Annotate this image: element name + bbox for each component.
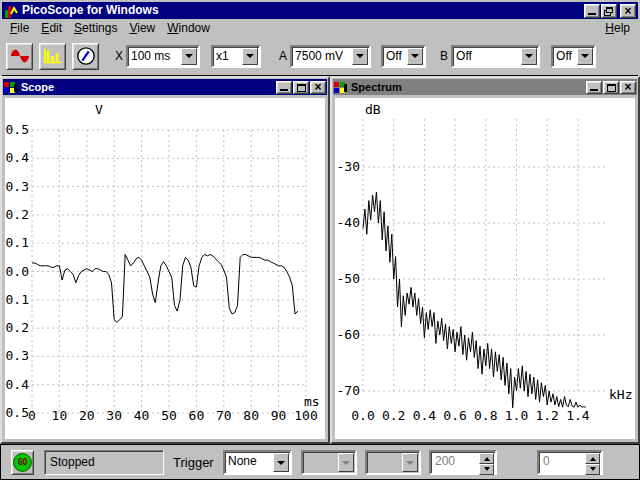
trigger-threshold-spinner[interactable]: 200 bbox=[429, 450, 497, 475]
x-tick-label: 0.6 bbox=[443, 408, 466, 423]
y-tick-label: -60 bbox=[337, 327, 360, 342]
x-tick-label: 1.0 bbox=[505, 408, 528, 423]
channel-b-mode-combo[interactable]: Off bbox=[551, 45, 596, 68]
menu-help[interactable]: Help bbox=[599, 19, 636, 37]
close-button[interactable]: × bbox=[620, 4, 636, 18]
spectrum-close-button[interactable]: × bbox=[620, 81, 636, 94]
picoscope-app-window: PicoScope for Windows × File Edit Settin… bbox=[0, 0, 640, 480]
menu-view[interactable]: View bbox=[123, 19, 161, 37]
x-tick-label: 0.4 bbox=[413, 408, 437, 423]
x-tick-label: 80 bbox=[243, 408, 259, 423]
x-multiplier-combo[interactable]: x1 bbox=[211, 45, 261, 68]
go-icon: GO bbox=[13, 453, 32, 472]
x-tick-label: 1.2 bbox=[535, 408, 558, 423]
menu-file[interactable]: File bbox=[4, 19, 35, 37]
chevron-down-icon[interactable] bbox=[273, 453, 289, 472]
meter-view-button[interactable] bbox=[72, 43, 99, 70]
red-sine-wave-icon bbox=[10, 48, 30, 64]
app-icon bbox=[4, 4, 19, 18]
spectrum-chart: -30-40-50-60-700.00.20.40.60.81.01.21.4d… bbox=[335, 98, 639, 443]
y-tick-label: 0.3 bbox=[6, 179, 29, 194]
minimize-button[interactable] bbox=[584, 4, 600, 18]
channel-b-range-combo[interactable]: Off bbox=[451, 45, 540, 68]
x-tick-label: 50 bbox=[161, 408, 177, 423]
scope-maximize-button[interactable] bbox=[293, 81, 309, 94]
chevron-down-icon[interactable] bbox=[521, 48, 537, 65]
menu-window[interactable]: Window bbox=[161, 19, 216, 37]
close-icon: × bbox=[624, 6, 631, 16]
trigger-delay-value: 0 bbox=[539, 452, 584, 473]
spin-up-icon[interactable] bbox=[585, 453, 600, 464]
spectrum-maximize-button[interactable] bbox=[603, 81, 619, 94]
channel-b-label: B bbox=[440, 49, 448, 63]
channel-a-mode-combo[interactable]: Off bbox=[381, 45, 426, 68]
x-axis-unit-label: ms bbox=[304, 394, 320, 409]
statusbar: GO Stopped Trigger None 200 0 bbox=[0, 444, 640, 480]
go-button[interactable]: GO bbox=[11, 450, 34, 475]
menubar: File Edit Settings View Window Help bbox=[2, 19, 638, 37]
chevron-down-icon[interactable] bbox=[181, 48, 197, 65]
spectrum-window-title: Spectrum bbox=[351, 81, 586, 93]
x-tick-label: 1.4 bbox=[566, 408, 590, 423]
spectrum-trace bbox=[363, 192, 586, 408]
y-tick-label: -40 bbox=[337, 215, 360, 230]
spectrum-minimize-button[interactable] bbox=[586, 81, 602, 94]
x-axis-unit-label: kHz bbox=[609, 387, 632, 402]
minimize-icon bbox=[590, 89, 598, 91]
chevron-down-icon[interactable] bbox=[577, 48, 593, 65]
spin-up-icon[interactable] bbox=[479, 453, 494, 464]
trigger-edge-value bbox=[367, 452, 401, 473]
maximize-icon bbox=[297, 84, 306, 92]
chevron-down-icon bbox=[338, 453, 354, 472]
maximize-icon bbox=[607, 84, 616, 92]
x-axis-label: X bbox=[115, 49, 123, 63]
channel-a-label: A bbox=[279, 49, 287, 63]
spectrum-window-icon bbox=[334, 81, 348, 94]
trigger-threshold-value: 200 bbox=[431, 452, 478, 473]
scope-close-button[interactable]: × bbox=[310, 81, 326, 94]
y-tick-label: -0.4 bbox=[5, 377, 29, 392]
spin-down-icon[interactable] bbox=[585, 464, 600, 475]
x-multiplier-value: x1 bbox=[213, 47, 241, 66]
scope-chart: 0.50.40.30.20.10.0-0.1-0.2-0.3-0.4-0.501… bbox=[5, 98, 329, 443]
scope-titlebar[interactable]: Scope × bbox=[3, 79, 327, 95]
trigger-mode-combo[interactable]: None bbox=[223, 450, 292, 475]
x-tick-label: 30 bbox=[106, 408, 122, 423]
chevron-down-icon[interactable] bbox=[407, 48, 423, 65]
channel-a-range-combo[interactable]: 7500 mV bbox=[290, 45, 371, 68]
minimize-icon bbox=[280, 89, 288, 91]
y-tick-label: -0.5 bbox=[5, 405, 29, 420]
app-title: PicoScope for Windows bbox=[22, 3, 584, 18]
y-tick-label: 0.4 bbox=[6, 150, 30, 165]
scope-trace bbox=[32, 255, 298, 323]
menu-edit[interactable]: Edit bbox=[35, 19, 68, 37]
x-tick-label: 0 bbox=[28, 408, 36, 423]
timebase-combo[interactable]: 100 ms bbox=[126, 45, 200, 68]
y-axis-unit-label: dB bbox=[365, 102, 381, 117]
y-tick-label: -70 bbox=[337, 383, 360, 398]
x-tick-label: 70 bbox=[216, 408, 232, 423]
y-axis-unit-label: V bbox=[95, 102, 103, 117]
close-icon: × bbox=[624, 82, 631, 92]
y-tick-label: -0.2 bbox=[5, 320, 29, 335]
app-titlebar[interactable]: PicoScope for Windows × bbox=[2, 2, 638, 19]
trigger-channel-combo-disabled bbox=[301, 450, 357, 475]
scope-minimize-button[interactable] bbox=[276, 81, 292, 94]
y-tick-label: -0.3 bbox=[5, 348, 29, 363]
trigger-label: Trigger bbox=[173, 455, 214, 470]
menu-settings[interactable]: Settings bbox=[68, 19, 123, 37]
scope-window: Scope × 0.50.40.30.20.10.0-0.1-0.2-0.3-0… bbox=[0, 76, 330, 444]
channel-b-range-value: Off bbox=[453, 47, 520, 66]
channel-b-mode-value: Off bbox=[553, 47, 576, 66]
spectrum-titlebar[interactable]: Spectrum × bbox=[333, 79, 637, 95]
spectrum-view-button[interactable] bbox=[39, 43, 66, 70]
spin-down-icon[interactable] bbox=[479, 464, 494, 475]
chevron-down-icon[interactable] bbox=[242, 48, 258, 65]
x-tick-label: 40 bbox=[134, 408, 150, 423]
trigger-delay-spinner[interactable]: 0 bbox=[537, 450, 603, 475]
chevron-down-icon[interactable] bbox=[352, 48, 368, 65]
x-tick-label: 0.0 bbox=[351, 408, 374, 423]
scope-view-button[interactable] bbox=[6, 43, 33, 70]
restore-button[interactable] bbox=[601, 4, 617, 18]
analog-gauge-icon bbox=[76, 46, 96, 66]
